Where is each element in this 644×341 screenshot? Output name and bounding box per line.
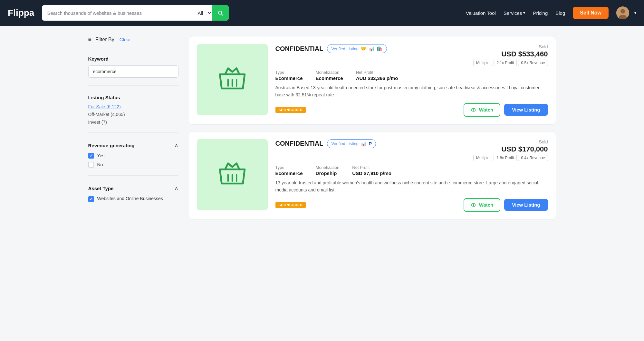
type-detail-2: Type Ecommerce: [275, 165, 303, 176]
search-filter-select[interactable]: All: [192, 5, 212, 21]
nav-links: Valuation Tool Services ▾ Pricing Blog S…: [466, 6, 636, 19]
badge-icon-3: 🛍️: [377, 46, 383, 52]
type-value: Ecommerce: [275, 75, 303, 81]
basket-icon-2: [215, 157, 250, 192]
revenue-generating-label: Revenue-generating: [88, 143, 135, 148]
sponsored-badge-2: SPONSORED: [275, 202, 306, 208]
profit-tag: 2.1x Profit: [494, 60, 517, 66]
sponsored-badge: SPONSORED: [275, 107, 306, 113]
listing-details-row: Type Ecommerce Monetization Ecommerce Ne…: [275, 70, 548, 81]
websites-label: Websites and Online Businesses: [97, 196, 163, 202]
listing-status-section: Listing Status For Sale (6,122) Off-Mark…: [88, 95, 178, 133]
listing-image: [197, 44, 268, 115]
listing-status-off-market[interactable]: Off-Market (4,065): [88, 112, 178, 117]
verified-badge-2: Verified Listing 📊 P: [327, 139, 376, 148]
badge-icon-1: 🤝: [360, 46, 367, 52]
paypal-icon: P: [369, 141, 372, 146]
listing-details-row-2: Type Ecommerce Monetization Dropship Net…: [275, 165, 548, 176]
verified-label: Verified Listing: [331, 46, 359, 51]
listing-status-label: Listing Status: [88, 95, 178, 100]
filter-by-label: Filter By: [95, 37, 114, 43]
nav-valuation-tool[interactable]: Valuation Tool: [466, 10, 496, 16]
keyword-input[interactable]: [88, 65, 178, 78]
sell-now-button[interactable]: Sell Now: [573, 7, 609, 19]
listing-footer: SPONSORED Watch View Listing: [275, 103, 548, 117]
checkmark-icon: ✓: [90, 153, 93, 158]
search-icon: [217, 10, 224, 16]
badge-icon-2: 📊: [369, 46, 375, 52]
search-button[interactable]: [212, 5, 229, 21]
no-checkbox[interactable]: [88, 162, 94, 168]
price-area-2: Sold USD $170,000 Multiple 1.8x Profit 0…: [473, 139, 548, 161]
listing-status-invest[interactable]: Invest (7): [88, 120, 178, 125]
badge-icon-2-1: 📊: [360, 141, 367, 147]
type-label-2: Type: [275, 165, 303, 170]
listing-card: CONFIDENTIAL Verified Listing 🤝 📊 🛍️ Sol…: [189, 36, 556, 125]
keyword-section: Keyword: [88, 56, 178, 86]
multiple-tags-2: Multiple 1.8x Profit 0.4x Revenue: [473, 155, 548, 161]
net-profit-label-2: Net Profit: [352, 165, 391, 170]
listing-footer-2: SPONSORED Watch View Listing: [275, 198, 548, 212]
revenue-tag-2: 0.4x Revenue: [518, 155, 548, 161]
avatar-chevron-icon: ▾: [634, 11, 636, 15]
multiple-tags: Multiple 2.1x Profit 0.5x Revenue: [473, 60, 548, 66]
avatar[interactable]: [616, 6, 629, 19]
no-checkbox-row[interactable]: No: [88, 162, 178, 168]
yes-checkbox-row[interactable]: ✓ Yes: [88, 153, 178, 159]
net-profit-detail: Net Profit AUD $32,366 p/mo: [356, 70, 398, 81]
asset-type-label: Asset Type: [88, 186, 114, 191]
keyword-label: Keyword: [88, 56, 178, 62]
watch-button-1[interactable]: Watch: [464, 103, 500, 117]
view-listing-button-1[interactable]: View Listing: [504, 104, 548, 116]
listing-top-row-2: CONFIDENTIAL Verified Listing 📊 P Sold U…: [275, 139, 548, 161]
sold-label: Sold: [539, 44, 548, 49]
listing-content: CONFIDENTIAL Verified Listing 🤝 📊 🛍️ Sol…: [275, 44, 548, 117]
multiple-label: Multiple: [473, 60, 492, 66]
logo[interactable]: Flippa: [8, 8, 34, 18]
revenue-tag: 0.5x Revenue: [518, 60, 548, 66]
asset-type-section: Asset Type ∧ ✓ Websites and Online Busin…: [88, 185, 178, 202]
nav-services[interactable]: Services ▾: [504, 10, 525, 16]
listing-title-2: CONFIDENTIAL: [275, 140, 323, 147]
type-value-2: Ecommerce: [275, 170, 303, 176]
monetization-value: Ecommerce: [316, 75, 343, 81]
nav-blog[interactable]: Blog: [555, 10, 565, 16]
listing-content-2: CONFIDENTIAL Verified Listing 📊 P Sold U…: [275, 139, 548, 212]
listing-title-area-2: CONFIDENTIAL Verified Listing 📊 P: [275, 139, 376, 148]
verified-label-2: Verified Listing: [331, 141, 359, 146]
revenue-generating-header: Revenue-generating ∧: [88, 142, 178, 149]
svg-point-7: [473, 109, 475, 111]
listing-description-2: 13 year old trusted and profitable women…: [275, 179, 548, 194]
avatar-image: [616, 6, 629, 19]
sidebar: ≡ Filter By Clear Keyword Listing Status…: [88, 36, 178, 220]
net-profit-label: Net Profit: [356, 70, 398, 75]
net-profit-detail-2: Net Profit USD $7,910 p/mo: [352, 165, 391, 176]
svg-point-1: [620, 9, 625, 14]
listing-actions-2: Watch View Listing: [464, 198, 548, 212]
asset-type-header: Asset Type ∧: [88, 185, 178, 192]
net-profit-value: AUD $32,366 p/mo: [356, 75, 398, 81]
collapse-asset-icon[interactable]: ∧: [174, 185, 178, 192]
filter-icon: ≡: [88, 36, 92, 43]
listing-status-for-sale[interactable]: For Sale (6,122): [88, 104, 178, 109]
clear-link[interactable]: Clear: [120, 37, 131, 42]
eye-icon-1: [471, 107, 476, 113]
no-label: No: [97, 162, 103, 167]
nav-pricing[interactable]: Pricing: [533, 10, 548, 16]
watch-button-2[interactable]: Watch: [464, 198, 500, 212]
websites-checkbox-row[interactable]: ✓ Websites and Online Businesses: [88, 196, 178, 202]
type-detail: Type Ecommerce: [275, 70, 303, 81]
main-container: ≡ Filter By Clear Keyword Listing Status…: [81, 26, 564, 230]
yes-checkbox[interactable]: ✓: [88, 153, 94, 159]
listing-title-area: CONFIDENTIAL Verified Listing 🤝 📊 🛍️: [275, 44, 387, 53]
revenue-generating-section: Revenue-generating ∧ ✓ Yes No: [88, 142, 178, 176]
websites-checkbox[interactable]: ✓: [88, 196, 94, 202]
view-listing-button-2[interactable]: View Listing: [504, 199, 548, 211]
search-input[interactable]: [42, 5, 192, 21]
collapse-revenue-icon[interactable]: ∧: [174, 142, 178, 149]
header: Flippa All Valuation Tool Services ▾ Pri…: [0, 0, 644, 26]
listings: CONFIDENTIAL Verified Listing 🤝 📊 🛍️ Sol…: [189, 36, 556, 220]
listing-actions: Watch View Listing: [464, 103, 548, 117]
listing-title: CONFIDENTIAL: [275, 45, 323, 53]
monetization-label-2: Monetization: [316, 165, 340, 170]
